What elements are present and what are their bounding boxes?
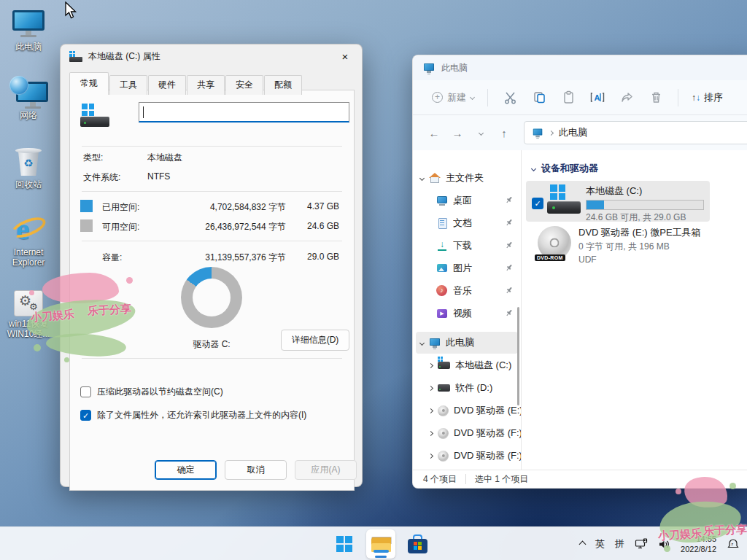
file-item-dvd-e[interactable]: DVD-ROM DVD 驱动器 (E:) 微PE工具箱 0 字节 可用, 共 1… [538,226,701,265]
speaker-icon[interactable] [658,539,670,550]
rename-button[interactable]: A [583,85,612,110]
taskbar-clock[interactable]: 14:55 2022/8/12 [681,534,716,554]
sidebar-item-label: 本地磁盘 (C:) [455,359,521,372]
filesystem-label: 文件系统: [83,171,120,184]
tab-quota[interactable]: 配额 [264,75,302,95]
desktop-icon-win11-restore[interactable]: ⚙⚙ win11恢复WIN10经... [0,290,57,339]
notification-bell-icon[interactable]: z [727,538,740,551]
cut-button[interactable] [495,85,525,110]
section-devices-and-drives[interactable]: 设备和驱动器 [532,162,747,175]
taskbar-file-explorer[interactable] [366,529,395,559]
network-icon [9,79,47,108]
back-button[interactable]: ← [423,122,445,144]
dvd-drive-icon [438,451,449,462]
taskbar-microsoft-store[interactable] [403,529,432,559]
tab-security[interactable]: 安全 [225,75,263,95]
pin-icon [505,308,514,319]
sidebar-item-drive-c[interactable]: 本地磁盘 (C:) [413,354,521,376]
apply-button[interactable]: 应用(A) [295,460,357,480]
drive-c-icon [69,51,82,62]
ime-language-english[interactable]: 英 [595,537,605,551]
mouse-cursor [63,1,79,20]
file-item-drive-c[interactable]: ✓ 本地磁盘 (C:) 24.6 GB 可用, 共 29.0 GB [526,181,710,222]
desktop-icon-network[interactable]: 网络 [0,79,57,120]
explorer-titlebar[interactable]: 此电脑 [413,55,747,80]
paste-icon [562,90,576,104]
compress-checkbox[interactable] [80,386,91,397]
text-caret [143,106,144,118]
home-icon [429,172,441,184]
copy-button[interactable] [525,85,554,110]
dialog-titlebar[interactable]: 本地磁盘 (C:) 属性 [61,44,362,68]
store-icon [408,534,427,553]
rename-icon: A [590,90,605,104]
explorer-sidebar: 主文件夹 桌面 文档 ↓ 下载 图片 [413,150,522,470]
capacity-size: 29.0 GB [295,252,339,262]
sidebar-item-label: 桌面 [453,194,500,207]
address-bar[interactable]: 此电脑 [524,121,747,144]
internet-explorer-icon: e [12,213,45,245]
history-dropdown-button[interactable] [470,122,492,144]
sidebar-item-downloads[interactable]: ↓ 下载 [413,235,521,257]
share-icon [620,90,634,104]
details-button[interactable]: 详细信息(D) [281,330,349,351]
this-pc-icon [533,128,543,138]
ok-button[interactable]: 确定 [155,460,217,480]
compress-checkbox-row[interactable]: 压缩此驱动器以节约磁盘空间(C) [80,386,223,398]
sidebar-scrollbar[interactable] [517,307,519,405]
svg-text:A: A [595,93,600,102]
forward-button[interactable]: → [446,122,468,144]
network-icon[interactable] [635,538,648,550]
music-icon [436,285,448,297]
cancel-button[interactable]: 取消 [225,460,287,480]
sidebar-item-dvd-f[interactable]: DVD 驱动器 (F:) [413,422,521,444]
globe-icon [9,76,28,95]
status-divider [465,474,466,484]
sidebar-item-desktop[interactable]: 桌面 [413,190,521,211]
sort-arrows-icon: ↑↓ [692,93,700,103]
tray-chevron-up-icon[interactable] [579,540,587,548]
separator [82,241,342,241]
compress-checkbox-label: 压缩此驱动器以节约磁盘空间(C) [97,386,223,398]
share-button[interactable] [612,85,641,110]
items-count: 4 个项目 [423,473,457,486]
sidebar-item-pictures[interactable]: 图片 [413,257,521,279]
tab-tools[interactable]: 工具 [109,75,147,95]
close-button[interactable]: × [329,45,361,67]
sort-button[interactable]: ↑↓ 排序 [686,87,729,109]
paste-button[interactable] [554,85,583,110]
sidebar-item-this-pc[interactable]: 此电脑 [416,332,518,354]
clock-date: 2022/8/12 [681,544,716,554]
desktop-icon-internet-explorer[interactable]: e Internet Explorer [0,213,57,268]
taskbar: 英 拼 14:55 2022/8/12 z [0,526,747,560]
delete-button[interactable] [641,85,670,110]
selection-checkbox[interactable]: ✓ [532,198,543,209]
sidebar-item-drive-d[interactable]: 软件 (D:) [413,377,521,399]
free-space-size: 24.6 GB [295,221,339,231]
sidebar-item-videos[interactable]: 视频 [413,303,521,324]
volume-label-input[interactable] [139,102,349,122]
tab-general[interactable]: 常规 [69,72,109,95]
desktop-icon-recycle-bin[interactable]: ♻ 回收站 [0,148,57,190]
sidebar-item-music[interactable]: 音乐 [413,280,521,302]
drive-c-icon [547,184,578,215]
tab-sharing[interactable]: 共享 [187,75,225,95]
new-button[interactable]: + 新建 [426,87,480,109]
start-button[interactable] [330,529,359,559]
sidebar-item-dvd-f2[interactable]: DVD 驱动器 (F:) [413,445,521,467]
dvd-drive-icon [438,428,449,439]
videos-icon [436,308,448,319]
index-checkbox-row[interactable]: ✓ 除了文件属性外，还允许索引此驱动器上文件的内容(I) [80,409,306,421]
sidebar-item-dvd-e[interactable]: DVD 驱动器 (E:) [413,400,521,421]
tab-hardware[interactable]: 硬件 [148,75,186,95]
up-button[interactable]: ↑ [493,122,515,144]
breadcrumb[interactable]: 此电脑 [559,126,587,139]
explorer-content: 设备和驱动器 ✓ 本地磁盘 (C:) 24.6 GB 可用, 共 29.0 GB… [522,150,747,470]
ime-language-pinyin[interactable]: 拼 [615,537,624,551]
type-label: 类型: [83,152,103,164]
sidebar-item-home[interactable]: 主文件夹 [413,167,521,189]
sidebar-item-documents[interactable]: 文档 [413,212,521,234]
desktop-icon-this-pc[interactable]: 此电脑 [0,10,57,52]
toolbar-divider [487,89,488,106]
index-checkbox[interactable]: ✓ [80,410,91,421]
